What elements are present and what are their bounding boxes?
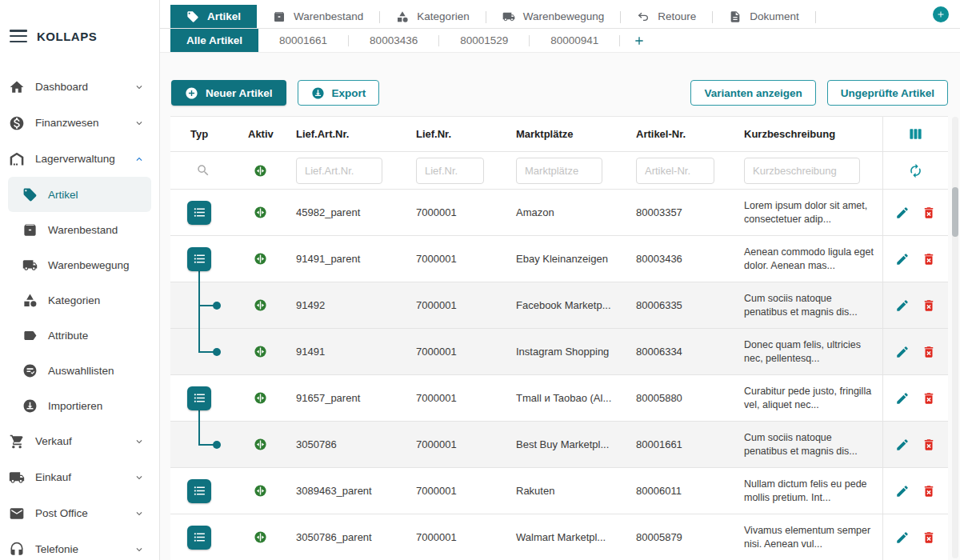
filter-lief-nr-input[interactable] [416,158,484,184]
delete-trash-icon[interactable] [922,252,936,266]
tab-kategorien[interactable]: Kategorien [380,5,485,28]
search-icon[interactable] [196,163,210,178]
sidebar-item-label: Telefonie [35,543,134,555]
columns-icon[interactable] [908,126,923,142]
table-row[interactable]: 45982_parent 7000001 Amazon 80003357 Lor… [170,190,948,236]
filter-artikel-nr-input[interactable] [636,158,714,184]
edit-pencil-icon[interactable] [895,530,910,545]
column-header-typ[interactable]: Typ [170,128,236,140]
parent-list-button[interactable] [187,386,211,410]
row-actions [882,514,948,560]
sidebar-item-artikel[interactable]: Artikel [8,177,151,212]
sidebar-item-auswahllisten[interactable]: Auswahllisten [8,353,151,388]
export-label: Export [332,87,366,99]
filter-lief-art-nr-input[interactable] [296,158,382,184]
tree-connector-line [198,421,200,445]
delete-trash-icon[interactable] [922,345,936,359]
sidebar-item-warenbestand[interactable]: Warenbestand [8,212,151,247]
subtab-80001529[interactable]: 80001529 [439,29,529,52]
edit-pencil-icon[interactable] [895,206,910,220]
column-header-kurzbeschreibung[interactable]: Kurzbeschreibung [732,128,882,140]
column-header-marktplaetze[interactable]: Marktplätze [504,128,624,140]
edit-pencil-icon[interactable] [895,438,910,452]
table-row[interactable]: 3050786_parent 7000001 Walmart Marketpl.… [170,514,948,560]
sidebar-item-einkauf[interactable]: Einkauf [0,459,159,495]
filter-aktiv-cell [236,164,284,178]
unchecked-articles-button[interactable]: Ungeprüfte Artikel [827,80,948,106]
table-row[interactable]: 91491 7000001 Instagram Shopping 8000633… [170,329,948,375]
delete-trash-icon[interactable] [922,298,936,313]
edit-pencil-icon[interactable] [895,484,910,498]
parent-list-button[interactable] [187,201,211,225]
sidebar-item-dashboard[interactable]: Dashboard [0,69,159,105]
sidebar-item-post-office[interactable]: Post Office [0,495,159,531]
row-artikel-nr: 80003357 [624,206,732,218]
edit-pencil-icon[interactable] [895,391,910,406]
download-circle-icon [311,86,325,100]
sidebar-item-attribute[interactable]: Attribute [8,318,151,353]
sidebar-item-warenbewegung[interactable]: Warenbewegung [8,247,151,282]
tree-connector-line [198,271,200,282]
active-toggle-icon [254,298,267,312]
delete-trash-icon[interactable] [922,206,936,220]
sidebar-item-importieren[interactable]: Importieren [8,388,151,423]
edit-pencil-icon[interactable] [895,298,910,313]
parent-list-button[interactable] [187,247,211,271]
tab-retoure[interactable]: Retoure [621,5,712,28]
tab-artikel[interactable]: Artikel [170,5,257,28]
edit-pencil-icon[interactable] [895,345,910,359]
sidebar-item-lagerverwaltung[interactable]: Lagerverwaltung [0,141,159,177]
active-toggle-icon[interactable] [254,164,267,178]
filter-marktplaetze-input[interactable] [516,158,602,184]
sidebar-item-verkauf[interactable]: Verkauf [0,423,159,459]
sub-tab-bar: Alle Artikel 80001661 80003436 80001529 … [160,29,960,53]
table-row[interactable]: 91491_parent 7000001 Ebay Kleinanzeigen … [170,236,948,282]
row-lief-nr: 7000001 [404,299,504,311]
delete-trash-icon[interactable] [922,438,936,452]
subtab-label: Alle Artikel [186,34,242,46]
sidebar-item-finanzwesen[interactable]: Finanzwesen [0,105,159,141]
edit-pencil-icon[interactable] [895,252,910,266]
column-header-lief-art-nr[interactable]: Lief.Art.Nr. [284,128,404,140]
table-row[interactable]: 3050786 7000001 Best Buy Marketpl... 800… [170,422,948,468]
table-row[interactable]: 91492 7000001 Facebook Marketp... 800063… [170,282,948,329]
hamburger-menu-icon[interactable] [10,30,27,42]
refresh-icon[interactable] [908,163,923,178]
export-button[interactable]: Export [298,80,380,106]
subtab-80001661[interactable]: 80001661 [258,29,348,52]
new-article-button[interactable]: Neuer Artikel [171,80,286,106]
subtab-alle-artikel[interactable]: Alle Artikel [170,29,258,52]
vertical-scrollbar[interactable] [952,117,958,558]
add-tab-button[interactable] [933,6,949,22]
dollar-circle-icon [8,114,26,132]
table-row[interactable]: 3089463_parent 7000001 Rakuten 80006011 … [170,468,948,514]
table-row[interactable]: 91657_parent 7000001 Tmall и Taobao (Al.… [170,375,948,422]
sidebar-item-kategorien[interactable]: Kategorien [8,282,151,318]
delete-trash-icon[interactable] [922,484,936,498]
tab-dokument[interactable]: Dokument [713,5,815,28]
column-header-lief-nr[interactable]: Lief.Nr. [404,128,504,140]
tab-warenbestand[interactable]: Warenbestand [257,5,379,28]
parent-list-button[interactable] [187,479,211,503]
add-subtab-button[interactable] [620,29,658,52]
delete-trash-icon[interactable] [922,391,936,406]
active-toggle-icon [254,391,267,405]
row-marktplatz: Facebook Marketp... [504,299,624,311]
column-header-aktiv[interactable]: Aktiv [236,128,284,140]
tab-warenbewegung[interactable]: Warenbewegung [486,5,621,28]
show-variants-button[interactable]: Varianten anzeigen [690,80,815,106]
main-area: Artikel Warenbestand Kategorien Warenbew… [160,0,960,560]
scrollbar-thumb[interactable] [952,187,958,237]
column-header-artikel-nr[interactable]: Artikel-Nr. [624,128,732,140]
delete-trash-icon[interactable] [922,530,936,545]
subtab-80000941[interactable]: 80000941 [530,29,619,52]
subtab-80003436[interactable]: 80003436 [349,29,438,52]
list-icon [193,484,206,498]
chevron-down-icon [134,472,145,483]
filter-artikel-nr-cell [624,158,732,184]
chevron-down-icon [134,436,145,447]
sidebar-item-telefonie[interactable]: Telefonie [0,531,159,560]
parent-list-button[interactable] [187,526,211,550]
filter-kurzbeschreibung-input[interactable] [744,158,860,184]
row-typ-cell [170,329,236,374]
